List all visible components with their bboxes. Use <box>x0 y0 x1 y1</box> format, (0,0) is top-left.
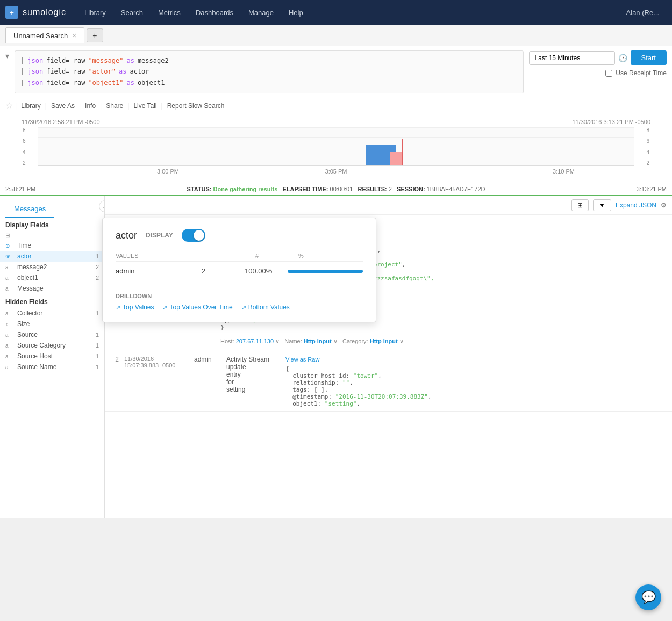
sidebar-item-message[interactable]: a Message <box>0 283 104 294</box>
display-fields-copy-icon[interactable]: ⊞ <box>0 231 104 240</box>
sidebar-item-time[interactable]: ⊙ Time <box>0 240 104 251</box>
toolbar-report-slow[interactable]: Report Slow Search <box>165 101 227 111</box>
time-row: 🕐 Start <box>529 50 667 65</box>
chart-start-time: 11/30/2016 2:58:21 PM -0500 <box>22 119 100 125</box>
search-toolbar: ☆ | Library | Save As | Info | Share | L… <box>0 98 672 113</box>
tab-unnamed-search[interactable]: Unnamed Search × <box>5 27 84 43</box>
status-right-time: 3:13:21 PM <box>637 186 667 192</box>
field-icon-source-host: a <box>5 353 14 359</box>
field-icon-size: ↕ <box>5 321 14 327</box>
messages-header: ⊞ ▼ Expand JSON ⚙ <box>105 196 672 215</box>
row-time: 11/30/201615:07:39.883 -0500 <box>124 356 189 407</box>
logo-icon: + <box>5 6 18 19</box>
category-link[interactable]: Http Input <box>370 338 398 344</box>
toolbar-save-as[interactable]: Save As <box>49 101 77 111</box>
sidebar-item-size[interactable]: ↕ Size <box>0 319 104 329</box>
host-link[interactable]: 207.67.11.130 <box>236 338 274 344</box>
tab-messages[interactable]: Messages <box>5 200 54 218</box>
popup-drilldown: DRILLDOWN ↗ Top Values ↗ Top Values Over… <box>116 286 363 311</box>
settings-icon[interactable]: ⚙ <box>661 201 667 209</box>
tab-bar: Unnamed Search × + <box>0 25 672 46</box>
popup-display-label: DISPLAY <box>146 232 173 239</box>
field-icon-object1: a <box>5 275 14 281</box>
actor-popup: actor DISPLAY VALUES # % admin 2 100.00%… <box>102 218 376 322</box>
chart-line-red <box>402 139 403 165</box>
sidebar-item-message2[interactable]: a message2 2 <box>0 262 104 272</box>
display-toggle[interactable] <box>182 229 205 242</box>
nav-library[interactable]: Library <box>77 0 113 25</box>
sidebar-item-object1[interactable]: a object1 2 <box>0 272 104 283</box>
popup-header: actor DISPLAY <box>116 229 363 242</box>
logo-text: sumologic <box>23 8 66 17</box>
display-fields-title: Display Fields <box>0 218 104 231</box>
field-icon-collector: a <box>5 310 14 316</box>
external-link-icon: ↗ <box>116 304 120 311</box>
nav-user: Alan (Re... <box>619 9 667 17</box>
sidebar-item-actor[interactable]: 👁 actor 1 <box>0 251 104 262</box>
nav-manage[interactable]: Manage <box>241 0 281 25</box>
query-editor[interactable]: | json field=_raw "message" as message2 … <box>15 50 524 93</box>
toolbar-share[interactable]: Share <box>104 101 125 111</box>
status-left-time: 2:58:21 PM <box>5 186 35 192</box>
logo-area: + sumologic <box>5 6 66 19</box>
query-area: ▾ | json field=_raw "message" as message… <box>0 46 672 98</box>
clock-icon[interactable]: 🕐 <box>618 54 627 62</box>
time-range-input[interactable] <box>529 51 615 65</box>
format-button[interactable]: ⊞ <box>571 199 589 211</box>
chart-container: 11/30/2016 2:58:21 PM -0500 11/30/2016 3… <box>0 113 672 183</box>
status-text: STATUS: Done gathering results ELAPSED T… <box>187 186 485 192</box>
chart-bars-area <box>38 127 634 166</box>
table-row: 2 11/30/201615:07:39.883 -0500 admin Act… <box>105 351 672 412</box>
down-button[interactable]: ▼ <box>593 199 611 211</box>
field-icon-message: a <box>5 286 14 292</box>
tab-add-button[interactable]: + <box>87 28 103 42</box>
toolbar-info[interactable]: Info <box>83 101 98 111</box>
chart-bar-pink <box>390 152 402 165</box>
nav-help[interactable]: Help <box>281 0 311 25</box>
sidebar-item-source-name[interactable]: a Source Name 1 <box>0 362 104 372</box>
row-num: 2 <box>110 356 119 407</box>
name-link[interactable]: Http Input <box>304 338 332 344</box>
query-line-1: | json field=_raw "message" as message2 <box>20 55 518 66</box>
sidebar-item-source-category[interactable]: a Source Category 1 <box>0 340 104 351</box>
field-icon-source-category: a <box>5 343 14 349</box>
tab-close-icon[interactable]: × <box>72 31 76 40</box>
tab-label: Unnamed Search <box>13 32 68 40</box>
field-icon-message2: a <box>5 264 14 270</box>
star-icon[interactable]: ☆ <box>5 100 13 111</box>
toolbar-library[interactable]: Library <box>19 101 43 111</box>
y-labels-right: 8 6 4 2 <box>646 127 649 166</box>
popup-table-header: VALUES # % <box>116 250 363 262</box>
expand-json-btn[interactable]: Expand JSON <box>616 201 656 209</box>
field-icon-source: a <box>5 332 14 338</box>
main-content: Messages ▲ Display Fields ⊞ ⊙ Time 👁 act… <box>0 196 672 518</box>
messages-tabs: Messages <box>5 200 99 218</box>
popup-overlay: actor DISPLAY VALUES # % admin 2 100.00%… <box>102 218 376 322</box>
query-toggle[interactable]: ▾ <box>5 52 9 60</box>
toolbar-live-tail[interactable]: Live Tail <box>131 101 159 111</box>
view-raw-link[interactable]: View as Raw <box>285 356 319 363</box>
use-receipt-checkbox[interactable] <box>605 70 612 77</box>
top-values-over-time-link[interactable]: ↗ Top Values Over Time <box>162 304 232 311</box>
nav-metrics[interactable]: Metrics <box>151 0 188 25</box>
nav-dashboards[interactable]: Dashboards <box>188 0 241 25</box>
sidebar-collapse-btn[interactable]: ▲ <box>99 200 105 212</box>
bottom-values-link[interactable]: ↗ Bottom Values <box>241 304 290 311</box>
popup-progress-bar <box>288 270 363 273</box>
y-labels-left: 8 6 4 2 <box>23 127 26 166</box>
sidebar-item-collector[interactable]: a Collector 1 <box>0 308 104 319</box>
sidebar-item-source-host[interactable]: a Source Host 1 <box>0 351 104 362</box>
start-button[interactable]: Start <box>631 50 667 65</box>
query-line-3: | json field=_raw "object1" as object1 <box>20 77 518 88</box>
chart-x-labels: 3:00 PM 3:05 PM 3:10 PM <box>38 168 634 175</box>
row-message: Activity Streamupdateentryforsetting <box>226 356 280 407</box>
nav-search[interactable]: Search <box>113 0 151 25</box>
external-link-icon-3: ↗ <box>241 304 246 311</box>
popup-drilldown-links: ↗ Top Values ↗ Top Values Over Time ↗ Bo… <box>116 304 363 311</box>
popup-drilldown-label: DRILLDOWN <box>116 293 363 299</box>
sidebar-item-source[interactable]: a Source 1 <box>0 329 104 340</box>
sidebar: Messages ▲ Display Fields ⊞ ⊙ Time 👁 act… <box>0 196 105 518</box>
popup-data-row: admin 2 100.00% <box>116 265 363 277</box>
top-values-link[interactable]: ↗ Top Values <box>116 304 154 311</box>
use-receipt-row: Use Receipt Time <box>605 69 667 77</box>
